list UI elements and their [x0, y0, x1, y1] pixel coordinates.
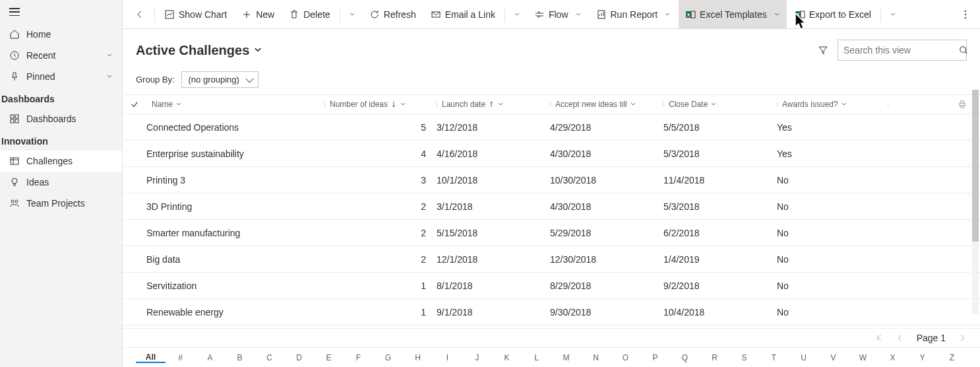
search-input[interactable] [843, 45, 959, 55]
data-grid: Name Number of ideas Launch date [123, 94, 980, 367]
alpha-filter-q[interactable]: Q [670, 353, 700, 362]
column-header-accept[interactable]: Accept new ideas till [550, 100, 663, 109]
alpha-filter-g[interactable]: G [373, 353, 403, 362]
overflow-button[interactable] [956, 0, 975, 29]
sidebar-item-pinned[interactable]: Pinned [0, 66, 122, 87]
alpha-filter-v[interactable]: V [818, 353, 848, 362]
table-row[interactable]: Printing 3310/1/201810/30/201811/4/2018N… [123, 167, 980, 193]
column-header-ideas[interactable]: Number of ideas [324, 100, 437, 109]
svg-point-8 [15, 200, 18, 203]
alpha-filter-x[interactable]: X [878, 353, 907, 362]
alpha-filter-r[interactable]: R [700, 353, 729, 362]
email-link-button[interactable]: Email a Link [424, 0, 502, 29]
alpha-filter-y[interactable]: Y [907, 353, 937, 362]
alpha-filter-a[interactable]: A [195, 353, 225, 362]
table-row[interactable]: Big data212/1/201812/30/20181/4/2019No [123, 246, 980, 273]
sidebar: Home Recent Pinned Dashboards Dashboards… [0, 0, 123, 367]
run-report-button[interactable]: Run Report [590, 0, 678, 29]
export-excel-button[interactable]: X Export to Excel [788, 0, 878, 29]
show-chart-button[interactable]: Show Chart [158, 0, 233, 29]
alpha-filter-m[interactable]: M [551, 353, 581, 362]
cell-ideas: 2 [324, 201, 437, 212]
alpha-filter-h[interactable]: H [403, 353, 433, 362]
svg-point-18 [965, 10, 967, 12]
alpha-filter-p[interactable]: P [640, 353, 670, 362]
hamburger-menu[interactable] [0, 0, 122, 24]
alpha-filter-k[interactable]: K [492, 353, 522, 362]
delete-button[interactable]: Delete [282, 0, 336, 29]
svg-point-19 [965, 13, 967, 15]
groupby-value: (no grouping) [189, 75, 239, 84]
alpha-filter-l[interactable]: L [522, 353, 551, 362]
alpha-filter-u[interactable]: U [789, 353, 818, 362]
cell-launch: 12/1/2018 [437, 254, 550, 265]
table-row[interactable]: Servitization18/1/20188/29/20189/2/2018N… [123, 273, 980, 299]
alpha-filter-z[interactable]: Z [937, 353, 967, 362]
sidebar-item-dashboards[interactable]: Dashboards [0, 108, 122, 129]
cell-close: 6/2/2018 [663, 228, 777, 238]
svg-rect-3 [11, 119, 14, 123]
pager-page-label: Page 1 [917, 333, 946, 343]
sidebar-item-ideas[interactable]: Ideas [0, 172, 122, 193]
filter-icon[interactable] [818, 45, 828, 55]
alpha-filter-i[interactable]: I [433, 353, 462, 362]
pager-prev-button[interactable] [896, 333, 905, 343]
alpha-filter-f[interactable]: F [344, 353, 373, 362]
column-label: Awards issued? [782, 100, 838, 109]
table-row[interactable]: Renewable energy19/1/20189/30/201810/4/2… [123, 299, 980, 325]
delete-split-button[interactable] [343, 0, 361, 29]
flow-icon [534, 9, 545, 20]
excel-icon: X [795, 9, 805, 20]
excel-templates-button[interactable]: X Excel Templates [679, 0, 787, 29]
refresh-button[interactable]: Refresh [363, 0, 423, 29]
table-row[interactable]: Enterprise sustainability44/16/20184/30/… [123, 141, 980, 167]
table-row[interactable]: Smarter manufacturing25/15/20185/29/2018… [123, 220, 980, 246]
flow-button[interactable]: Flow [528, 0, 588, 29]
alpha-filter-w[interactable]: W [848, 353, 878, 362]
column-header-close[interactable]: Close Date [663, 100, 777, 109]
column-header-name[interactable]: Name [146, 100, 324, 109]
svg-rect-1 [11, 115, 14, 118]
back-button[interactable] [128, 0, 152, 29]
cell-close: 5/3/2018 [663, 149, 777, 159]
pager-first-button[interactable] [874, 333, 884, 343]
table-row[interactable]: Connected Operations53/12/20184/29/20185… [123, 114, 980, 141]
vertical-scrollbar[interactable] [972, 90, 979, 314]
sidebar-item-challenges[interactable]: Challenges [0, 150, 122, 172]
svg-point-20 [965, 17, 967, 18]
groupby-select[interactable]: (no grouping) [181, 71, 259, 88]
column-header-awards[interactable]: Awards issued? [777, 100, 888, 109]
alpha-filter-s[interactable]: S [729, 353, 759, 362]
alpha-filter-n[interactable]: N [581, 353, 611, 362]
alpha-filter-o[interactable]: O [611, 353, 640, 362]
button-label: New [256, 9, 274, 20]
print-icon[interactable] [958, 100, 967, 109]
email-link-split-button[interactable] [508, 0, 526, 29]
alpha-filter-#[interactable]: # [166, 353, 195, 362]
alpha-filter-j[interactable]: J [462, 353, 492, 362]
column-label: Name [152, 100, 173, 109]
alpha-filter-c[interactable]: C [255, 353, 284, 362]
alpha-filter-d[interactable]: D [284, 353, 314, 362]
column-header-launch[interactable]: Launch date [437, 100, 550, 109]
select-all-checkbox[interactable] [123, 100, 146, 109]
alpha-filter-e[interactable]: E [314, 353, 344, 362]
new-button[interactable]: New [235, 0, 281, 29]
cell-name: Enterprise sustainability [146, 149, 324, 159]
alpha-filter-all[interactable]: All [136, 352, 166, 363]
view-selector[interactable]: Active Challenges [136, 43, 262, 58]
search-box[interactable] [838, 40, 967, 61]
sidebar-item-team-projects[interactable]: Team Projects [0, 193, 122, 214]
sidebar-item-recent[interactable]: Recent [0, 45, 122, 66]
cell-accept: 4/30/2018 [550, 149, 663, 159]
export-excel-split-button[interactable] [884, 0, 902, 29]
alpha-filter-t[interactable]: T [759, 353, 789, 362]
svg-rect-4 [15, 119, 18, 123]
cell-name: 3D Printing [146, 201, 324, 212]
svg-rect-14 [691, 11, 695, 18]
pager-next-button[interactable] [958, 333, 967, 343]
alpha-filter-b[interactable]: B [225, 353, 255, 362]
cell-close: 5/3/2018 [663, 201, 777, 212]
sidebar-item-home[interactable]: Home [0, 24, 122, 45]
table-row[interactable]: 3D Printing23/1/20184/30/20185/3/2018No [123, 193, 980, 220]
